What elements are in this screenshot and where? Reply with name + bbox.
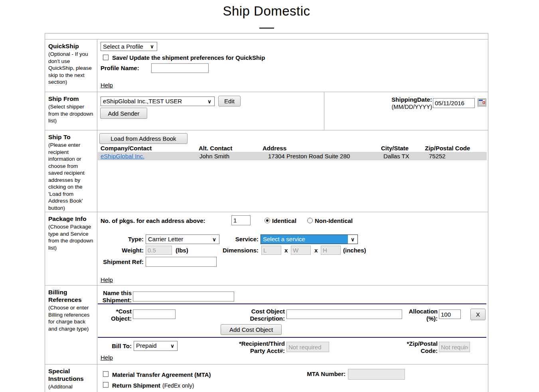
billing-heading: Billing References bbox=[48, 288, 94, 303]
recipient-city-state: Dallas TX bbox=[383, 153, 409, 160]
bill-to-select-value: Prepaid bbox=[134, 341, 168, 351]
recipient-acct-label: *Recipient/Third Party Acct#: bbox=[229, 340, 285, 355]
chevron-down-icon: ∨ bbox=[205, 97, 214, 106]
shipment-ref-label: Shipment Ref: bbox=[97, 258, 144, 266]
weight-input bbox=[146, 246, 172, 255]
chevron-down-icon: ∨ bbox=[168, 341, 177, 351]
ship-from-heading: Ship From bbox=[48, 95, 94, 102]
shipping-date-label: ShippingDate: bbox=[354, 96, 432, 103]
type-label: Type: bbox=[97, 236, 144, 243]
ship-to-note: (Please enter recipient information or c… bbox=[48, 142, 94, 211]
non-identical-radio[interactable] bbox=[307, 218, 313, 223]
mta-number-input bbox=[348, 369, 405, 380]
edit-sender-button[interactable]: Edit bbox=[218, 96, 241, 106]
package-info-heading: Package Info bbox=[48, 215, 94, 223]
section-special-instructions: Special Instructions (Additonal Material… bbox=[45, 364, 488, 392]
dimensions-label: Dimensions: bbox=[212, 247, 259, 254]
title-divider bbox=[259, 28, 274, 29]
weight-unit: (lbs) bbox=[176, 247, 188, 254]
section-ship-from: Ship From (Select shipper from the dropd… bbox=[45, 92, 488, 130]
return-shipment-note: (FedEx only) bbox=[162, 382, 194, 389]
pkg-count-input[interactable] bbox=[231, 215, 251, 225]
cost-object-input[interactable] bbox=[133, 309, 176, 319]
mta-number-label: MTA Number: bbox=[302, 370, 346, 378]
shipping-date-input[interactable] bbox=[433, 98, 475, 108]
allocation-label: Allocation (%): bbox=[405, 308, 438, 322]
billing-divider-2 bbox=[98, 337, 486, 338]
chevron-down-icon: ∨ bbox=[348, 235, 357, 244]
shipper-select-value: eShipGlobal Inc.,TEST USER bbox=[101, 97, 205, 106]
quickship-heading: QuickShip bbox=[48, 42, 94, 50]
identical-radio[interactable] bbox=[265, 218, 270, 223]
col-company-contact: Company/Contact bbox=[101, 145, 152, 152]
zip-postal-label: *Zip/Postal Code: bbox=[405, 340, 438, 355]
mta-checkbox-label: Material Transfer Agreement (MTA) bbox=[112, 371, 211, 378]
section-quickship: QuickShip (Optional - If you don't use Q… bbox=[45, 39, 488, 92]
spacer-row bbox=[45, 33, 488, 39]
ship-domestic-form: QuickShip (Optional - If you don't use Q… bbox=[45, 33, 488, 392]
weight-label: Weight: bbox=[97, 247, 144, 254]
add-cost-object-button[interactable]: Add Cost Object bbox=[221, 324, 282, 335]
dimension-w-input bbox=[291, 246, 311, 255]
add-sender-button[interactable]: Add Sender bbox=[100, 108, 147, 119]
type-select[interactable]: Carrier Letter ∨ bbox=[146, 234, 219, 244]
allocation-input[interactable] bbox=[439, 309, 461, 319]
quickship-help-link[interactable]: Help bbox=[101, 82, 113, 89]
special-note: (Additonal bbox=[48, 383, 94, 390]
pkg-count-label: No. of pkgs. for each address above: bbox=[101, 217, 205, 224]
cost-object-label: *Cost Object: bbox=[97, 308, 132, 322]
shipping-date-format: (MM/DD/YYYY) bbox=[354, 103, 432, 110]
service-select-value: Select a service bbox=[261, 235, 348, 244]
special-heading: Special Instructions bbox=[48, 367, 94, 382]
dimension-l-input bbox=[261, 246, 281, 255]
bill-to-label: Bill To: bbox=[97, 343, 132, 350]
ship-from-note: (Select shipper from the dropdown list) bbox=[48, 103, 94, 124]
package-info-note: (Choose Package type and Service from th… bbox=[48, 223, 94, 251]
load-address-book-button[interactable]: Load from Address Book bbox=[99, 133, 188, 144]
identical-label: Identical bbox=[272, 217, 296, 224]
ship-to-heading: Ship To bbox=[48, 133, 94, 141]
dim-sep-2: x bbox=[314, 247, 318, 254]
service-label: Service: bbox=[212, 236, 259, 243]
non-identical-label: Non-Identical bbox=[315, 217, 353, 224]
name-shipment-label: Name this Shipment: bbox=[97, 290, 132, 304]
dim-sep-1: x bbox=[284, 247, 288, 254]
profile-name-label: Profile Name: bbox=[101, 65, 139, 71]
return-shipment-label: Return Shipment bbox=[112, 382, 160, 389]
chevron-down-icon: ∨ bbox=[147, 42, 157, 51]
recipient-company-link[interactable]: eShipGlobal Inc. bbox=[101, 153, 144, 160]
recipient-acct-input bbox=[286, 342, 329, 352]
ship-from-divider bbox=[324, 92, 324, 130]
shipment-ref-input[interactable] bbox=[146, 257, 217, 267]
calendar-icon[interactable] bbox=[478, 98, 486, 108]
type-select-value: Carrier Letter bbox=[146, 235, 209, 244]
billing-help-link[interactable]: Help bbox=[101, 354, 113, 361]
zip-postal-input bbox=[439, 342, 470, 352]
dimension-h-input bbox=[321, 246, 341, 255]
service-select[interactable]: Select a service ∨ bbox=[261, 234, 358, 244]
col-city-state: City/State bbox=[381, 145, 409, 152]
profile-select[interactable]: Select a Profile ∨ bbox=[101, 42, 157, 51]
save-update-checkbox[interactable] bbox=[103, 55, 109, 60]
recipient-zip: 75252 bbox=[429, 153, 446, 160]
bill-to-select[interactable]: Prepaid ∨ bbox=[134, 341, 178, 351]
mta-checkbox[interactable] bbox=[103, 371, 109, 377]
col-alt-contact: Alt. Contact bbox=[199, 145, 232, 152]
cost-desc-label: Cost Object Description: bbox=[229, 308, 285, 322]
recipient-alt-contact: John Smith bbox=[199, 153, 229, 160]
section-ship-to: Ship To (Please enter recipient informat… bbox=[45, 130, 488, 212]
section-billing-references: Billing References (Choose or enter Bill… bbox=[45, 285, 488, 364]
name-shipment-input[interactable] bbox=[133, 292, 234, 301]
profile-select-value: Select a Profile bbox=[101, 42, 147, 51]
save-update-checkbox-label: Save/ Update the shipment preferences fo… bbox=[112, 54, 265, 61]
remove-cost-object-button[interactable]: X bbox=[470, 309, 486, 320]
col-zip-postal: Zip/Postal Code bbox=[425, 145, 470, 152]
return-shipment-checkbox[interactable] bbox=[103, 382, 109, 388]
cost-desc-input[interactable] bbox=[286, 309, 402, 319]
profile-name-input[interactable] bbox=[151, 63, 209, 73]
page-title: Ship Domestic bbox=[45, 0, 488, 19]
col-address: Address bbox=[263, 145, 286, 152]
dim-unit: (inches) bbox=[343, 247, 366, 254]
package-help-link[interactable]: Help bbox=[101, 276, 113, 283]
shipper-select[interactable]: eShipGlobal Inc.,TEST USER ∨ bbox=[101, 97, 215, 106]
